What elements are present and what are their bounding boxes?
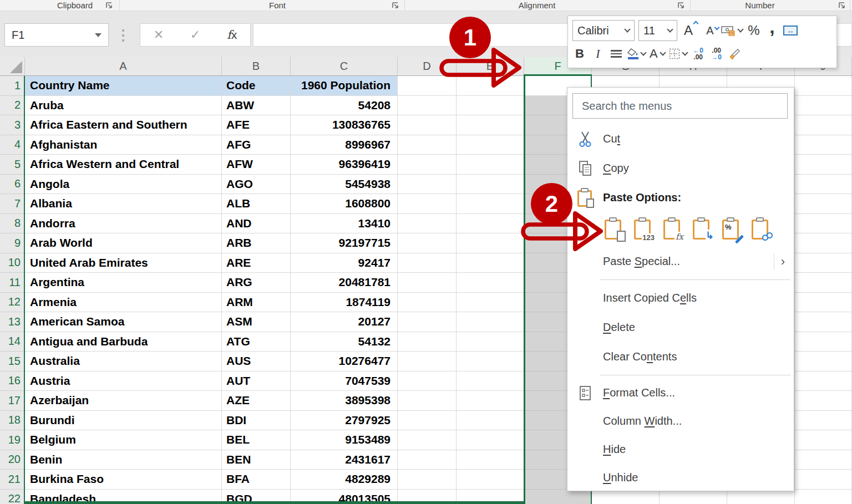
cell-B13[interactable]: ASM [222, 312, 291, 332]
cell-C17[interactable]: 3895398 [291, 391, 398, 411]
cell-B14[interactable]: ATG [222, 332, 291, 352]
cell-C19[interactable]: 9153489 [291, 430, 398, 450]
italic-button[interactable]: I [591, 44, 605, 64]
cell-D13[interactable] [398, 312, 457, 332]
cell-E12[interactable] [457, 293, 524, 313]
cell-A4[interactable]: Afghanistan [25, 135, 222, 155]
cell-A12[interactable]: Armenia [25, 293, 222, 313]
row-header-18[interactable]: 18 [0, 411, 25, 431]
enter-icon[interactable]: ✓ [190, 28, 200, 42]
cell-E13[interactable] [457, 312, 524, 332]
cell-J20[interactable] [795, 450, 852, 470]
column-header-C[interactable]: C [291, 57, 398, 75]
column-header-A[interactable]: A [25, 57, 222, 75]
cell-J8[interactable] [795, 214, 852, 234]
cell-J4[interactable] [795, 135, 852, 155]
cell-D7[interactable] [398, 194, 457, 214]
cell-B8[interactable]: AND [222, 214, 291, 234]
row-header-14[interactable]: 14 [0, 332, 25, 352]
cell-A13[interactable]: American Samoa [25, 312, 222, 332]
row-header-16[interactable]: 16 [0, 371, 25, 391]
row-header-10[interactable]: 10 [0, 253, 25, 273]
row-header-1[interactable]: 1 [0, 76, 25, 96]
row-header-13[interactable]: 13 [0, 312, 25, 332]
cell-B12[interactable]: ARM [222, 293, 291, 313]
cell-B9[interactable]: ARB [222, 233, 291, 253]
paste-values-icon[interactable]: 123 [633, 217, 655, 242]
paste-formatting-icon[interactable]: % [721, 217, 743, 242]
menu-search-box[interactable] [572, 93, 788, 119]
cell-J15[interactable] [795, 352, 852, 371]
cell-E5[interactable] [457, 155, 524, 175]
cell-D17[interactable] [398, 391, 457, 411]
cell-J3[interactable] [795, 115, 852, 135]
decrease-decimal-button[interactable]: .00→0 [709, 44, 724, 64]
cell-A16[interactable]: Austria [25, 371, 222, 391]
cell-J14[interactable] [795, 332, 852, 352]
cell-J21[interactable] [795, 470, 852, 490]
paste-transpose-icon[interactable]: ↳ [692, 217, 714, 242]
cell-B2[interactable]: ABW [222, 96, 291, 116]
cell-C9[interactable]: 92197715 [291, 233, 398, 253]
cell-J2[interactable] [795, 96, 852, 116]
cell-C20[interactable]: 2431617 [291, 450, 398, 470]
row-header-9[interactable]: 9 [0, 233, 25, 253]
cell-C2[interactable]: 54208 [291, 96, 398, 116]
cell-A10[interactable]: United Arab Emirates [25, 253, 222, 273]
row-header-8[interactable]: 8 [0, 214, 25, 234]
cell-C7[interactable]: 1608800 [291, 194, 398, 214]
cell-C8[interactable]: 13410 [291, 214, 398, 234]
row-header-12[interactable]: 12 [0, 293, 25, 313]
cell-D11[interactable] [398, 273, 457, 293]
row-header-5[interactable]: 5 [0, 155, 25, 175]
cell-A19[interactable]: Belgium [25, 430, 222, 450]
cell-B20[interactable]: BEN [222, 450, 291, 470]
comma-style-button[interactable]: , [765, 21, 779, 40]
row-header-6[interactable]: 6 [0, 175, 25, 195]
borders-button[interactable] [669, 44, 687, 64]
menu-item-column-width[interactable]: Column Width... [567, 407, 794, 435]
paste-icon[interactable] [604, 217, 626, 242]
cell-D9[interactable] [398, 233, 457, 253]
menu-item-cut[interactable]: Cut [567, 124, 794, 154]
cell-D19[interactable] [398, 430, 457, 450]
percent-style-button[interactable]: % [747, 21, 761, 40]
cell-D20[interactable] [398, 450, 457, 470]
row-header-2[interactable]: 2 [0, 96, 25, 116]
cell-A6[interactable]: Angola [25, 175, 222, 195]
cell-B17[interactable]: AZE [222, 391, 291, 411]
cell-E6[interactable] [457, 175, 524, 195]
cell-A2[interactable]: Aruba [25, 96, 222, 116]
cell-B15[interactable]: AUS [222, 352, 291, 371]
cell-C18[interactable]: 2797925 [291, 411, 398, 431]
cell-A5[interactable]: Africa Western and Central [25, 155, 222, 175]
cell-E2[interactable] [457, 96, 524, 116]
row-header-4[interactable]: 4 [0, 135, 25, 155]
cell-D10[interactable] [398, 253, 457, 273]
row-header-21[interactable]: 21 [0, 470, 25, 490]
font-name-select[interactable]: Calibri [572, 20, 635, 41]
cell-D12[interactable] [398, 293, 457, 313]
cell-J17[interactable] [795, 391, 852, 411]
cell-D4[interactable] [398, 135, 457, 155]
cell-D5[interactable] [398, 155, 457, 175]
cell-E17[interactable] [457, 391, 524, 411]
menu-item-format-cells[interactable]: Format Cells... [567, 379, 794, 407]
cell-D16[interactable] [398, 371, 457, 391]
cell-A21[interactable]: Burkina Faso [25, 470, 222, 490]
cell-E20[interactable] [457, 450, 524, 470]
cell-B18[interactable]: BDI [222, 411, 291, 431]
cell-B21[interactable]: BFA [222, 470, 291, 490]
merge-center-button[interactable]: ↔ [783, 21, 798, 40]
select-all-corner[interactable] [0, 57, 25, 75]
cell-B1[interactable]: Code [222, 76, 291, 96]
cell-J11[interactable] [795, 273, 852, 293]
cell-E21[interactable] [457, 470, 524, 490]
row-header-22[interactable]: 22 [0, 490, 25, 504]
dialog-launcher-icon[interactable] [392, 2, 399, 9]
cell-C1[interactable]: 1960 Population [291, 76, 398, 96]
cell-E4[interactable] [457, 135, 524, 155]
cell-J6[interactable] [795, 175, 852, 195]
row-header-3[interactable]: 3 [0, 115, 25, 135]
cell-E9[interactable] [457, 233, 524, 253]
